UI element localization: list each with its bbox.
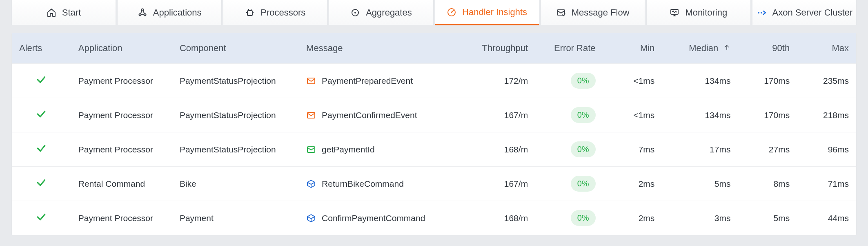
max-cell: 44ms	[797, 201, 856, 235]
envelope-icon	[306, 76, 316, 86]
message-text: getPaymentId	[322, 145, 375, 154]
tab-label: Axon Server Cluster	[772, 7, 853, 18]
max-cell: 71ms	[797, 167, 856, 201]
apps-icon	[138, 8, 147, 18]
table-row[interactable]: Payment ProcessorPaymentStatusProjection…	[12, 64, 856, 98]
component-cell: Payment	[172, 201, 299, 235]
col-min[interactable]: Min	[603, 33, 662, 64]
col-error-rate[interactable]: Error Rate	[535, 33, 603, 64]
message-text: ReturnBikeCommand	[322, 179, 404, 189]
table-row[interactable]: Payment ProcessorPaymentStatusProjection…	[12, 98, 856, 132]
cluster-icon	[756, 8, 767, 18]
tab-monitoring[interactable]: Monitoring	[646, 0, 751, 25]
p90-cell: 27ms	[738, 132, 797, 167]
message-cell: ReturnBikeCommand	[299, 167, 468, 201]
application-cell: Payment Processor	[71, 132, 172, 167]
table-row[interactable]: Payment ProcessorPaymentStatusProjection…	[12, 132, 856, 167]
col-label: Alerts	[19, 43, 42, 53]
min-cell: <1ms	[603, 64, 662, 98]
col-90th[interactable]: 90th	[738, 33, 797, 64]
median-cell: 17ms	[662, 132, 738, 167]
col-message[interactable]: Message	[299, 33, 468, 64]
p90-cell: 170ms	[738, 64, 797, 98]
median-cell: 134ms	[662, 98, 738, 132]
tab-applications[interactable]: Applications	[117, 0, 222, 25]
col-throughput[interactable]: Throughput	[468, 33, 535, 64]
error-rate-cell: 0%	[535, 64, 603, 98]
message-cell: PaymentPreparedEvent	[299, 64, 468, 98]
component-cell: Bike	[172, 167, 299, 201]
throughput-cell: 167/m	[468, 167, 535, 201]
col-label: Message	[306, 43, 343, 53]
application-cell: Payment Processor	[71, 98, 172, 132]
check-icon	[36, 74, 47, 85]
error-rate-cell: 0%	[535, 98, 603, 132]
throughput-cell: 168/m	[468, 201, 535, 235]
min-cell: <1ms	[603, 98, 662, 132]
target-icon	[350, 8, 360, 18]
alert-cell	[12, 98, 71, 132]
error-rate-cell: 0%	[535, 201, 603, 235]
p90-cell: 5ms	[738, 201, 797, 235]
handler-table: Alerts Application Component Message Thr…	[12, 33, 856, 235]
median-cell: 134ms	[662, 64, 738, 98]
table-header-row: Alerts Application Component Message Thr…	[12, 33, 856, 64]
median-cell: 5ms	[662, 167, 738, 201]
col-label: Median	[689, 43, 718, 53]
table-row[interactable]: Rental CommandBikeReturnBikeCommand167/m…	[12, 167, 856, 201]
col-label: Throughput	[482, 43, 528, 53]
mail-check-icon	[556, 8, 566, 18]
alert-cell	[12, 64, 71, 98]
gauge-icon	[447, 7, 456, 17]
max-cell: 218ms	[797, 98, 856, 132]
tab-label: Monitoring	[685, 7, 727, 18]
processors-icon	[245, 8, 255, 18]
check-icon	[36, 212, 47, 222]
tab-handler-insights[interactable]: Handler Insights	[435, 0, 539, 25]
tab-label: Start	[62, 7, 81, 18]
col-max[interactable]: Max	[797, 33, 856, 64]
p90-cell: 170ms	[738, 98, 797, 132]
tab-label: Processors	[260, 7, 305, 18]
message-text: ConfirmPaymentCommand	[322, 213, 425, 223]
col-median[interactable]: Median	[662, 33, 738, 64]
cube-icon	[306, 179, 316, 189]
p90-cell: 8ms	[738, 167, 797, 201]
tab-axon-server-cluster[interactable]: Axon Server Cluster	[752, 0, 857, 25]
sort-asc-icon	[723, 43, 730, 54]
check-icon	[36, 177, 47, 188]
col-application[interactable]: Application	[71, 33, 172, 64]
col-alerts[interactable]: Alerts	[12, 33, 71, 64]
application-cell: Payment Processor	[71, 201, 172, 235]
table-row[interactable]: Payment ProcessorPaymentConfirmPaymentCo…	[12, 201, 856, 235]
main-tabs: Start Applications Processors Aggregates…	[0, 0, 868, 25]
col-label: 90th	[772, 43, 790, 53]
col-label: Error Rate	[554, 43, 595, 53]
cube-icon	[306, 213, 316, 223]
tab-start[interactable]: Start	[11, 0, 116, 25]
application-cell: Rental Command	[71, 167, 172, 201]
monitor-icon	[670, 8, 679, 18]
tab-aggregates[interactable]: Aggregates	[329, 0, 433, 25]
check-icon	[36, 143, 47, 154]
min-cell: 2ms	[603, 201, 662, 235]
tab-message-flow[interactable]: Message Flow	[541, 0, 645, 25]
tab-label: Handler Insights	[462, 7, 527, 18]
error-badge: 0%	[571, 73, 596, 89]
tab-label: Applications	[153, 7, 202, 18]
col-label: Min	[640, 43, 654, 53]
alert-cell	[12, 132, 71, 167]
max-cell: 235ms	[797, 64, 856, 98]
error-badge: 0%	[571, 176, 596, 192]
col-component[interactable]: Component	[172, 33, 299, 64]
error-badge: 0%	[571, 107, 596, 123]
component-cell: PaymentStatusProjection	[172, 132, 299, 167]
message-cell: getPaymentId	[299, 132, 468, 167]
error-badge: 0%	[571, 141, 596, 157]
error-badge: 0%	[571, 210, 596, 226]
alert-cell	[12, 167, 71, 201]
tab-processors[interactable]: Processors	[223, 0, 327, 25]
alert-cell	[12, 201, 71, 235]
min-cell: 2ms	[603, 167, 662, 201]
error-rate-cell: 0%	[535, 132, 603, 167]
